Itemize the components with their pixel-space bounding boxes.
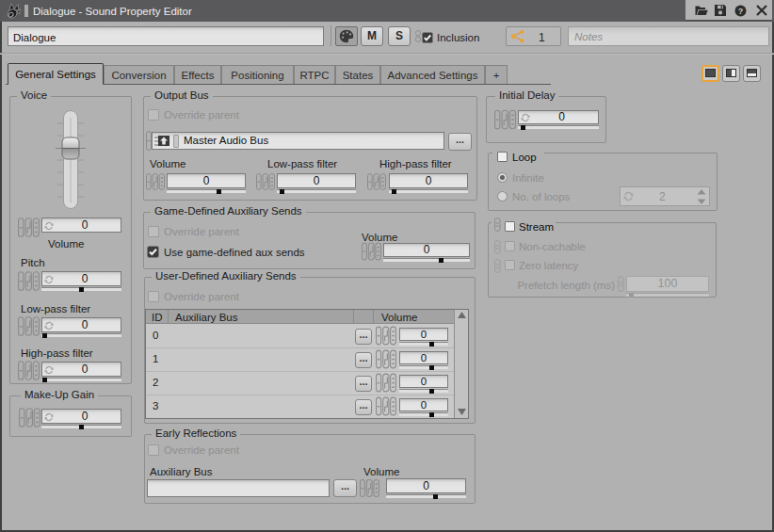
svg-text:?: ? xyxy=(738,7,744,16)
